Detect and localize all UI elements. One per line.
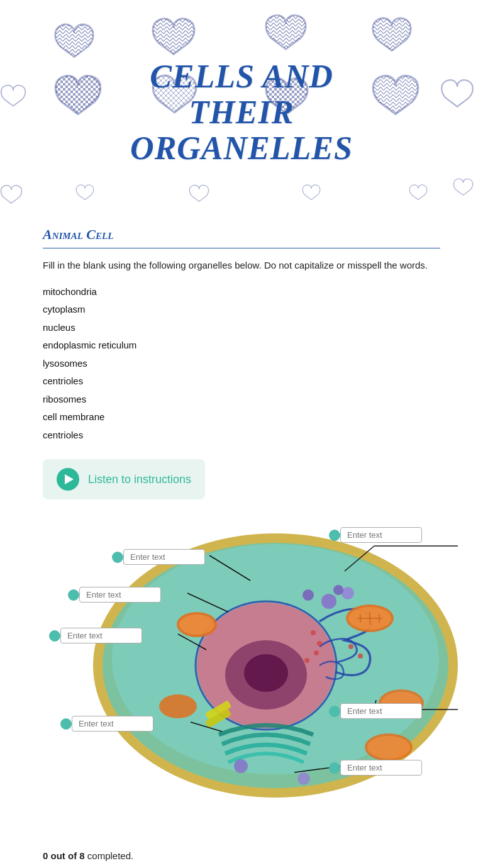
input-dot-1 — [112, 552, 123, 563]
diagram-input-6-wrapper — [60, 716, 153, 732]
diagram-input-3[interactable] — [79, 587, 161, 603]
svg-point-38 — [297, 772, 310, 785]
organelle-item: lysosomes — [43, 355, 440, 373]
svg-point-37 — [234, 759, 248, 773]
svg-point-30 — [367, 736, 410, 759]
svg-point-26 — [179, 615, 214, 635]
svg-point-45 — [304, 658, 309, 663]
svg-point-36 — [303, 589, 314, 601]
section-title: Animal Cell — [43, 226, 440, 243]
organelle-item: centrioles — [43, 426, 440, 445]
organelle-item: nucleus — [43, 319, 440, 337]
svg-point-34 — [321, 594, 336, 609]
organelle-list: mitochondria cytoplasm nucleus endoplasm… — [43, 283, 440, 445]
diagram-input-4[interactable] — [60, 628, 142, 643]
diagram-input-7-wrapper — [329, 760, 422, 776]
svg-point-17 — [244, 654, 288, 692]
svg-point-41 — [317, 641, 322, 646]
svg-point-40 — [311, 630, 316, 635]
main-title: Cells and their Organelles — [121, 58, 362, 167]
play-icon — [57, 468, 79, 491]
input-dot-4 — [49, 630, 60, 642]
svg-point-31 — [159, 694, 197, 718]
diagram-input-6[interactable] — [72, 716, 153, 732]
organelle-item: cytoplasm — [43, 301, 440, 319]
input-dot-2 — [329, 530, 340, 541]
diagram-input-2[interactable] — [340, 527, 422, 543]
input-dot-7 — [329, 762, 340, 774]
svg-point-43 — [348, 644, 353, 649]
diagram-input-5[interactable] — [340, 703, 422, 719]
cell-diagram-container — [43, 515, 440, 816]
content-area: Animal Cell Fill in the blank using the … — [0, 214, 483, 844]
section-divider — [43, 248, 440, 248]
organelle-item: mitochondria — [43, 283, 440, 301]
organelle-item: endoplasmic reticulum — [43, 337, 440, 355]
diagram-input-4-wrapper — [49, 628, 142, 643]
listen-button[interactable]: Listen to instructions — [43, 459, 205, 499]
header-area: Cells and their Organelles — [0, 0, 483, 214]
svg-point-42 — [314, 650, 319, 655]
svg-point-44 — [358, 654, 363, 659]
organelle-item: ribosomes — [43, 391, 440, 409]
organelle-item: centrioles — [43, 372, 440, 391]
footer-status: 0 out of 8 completed. — [0, 844, 483, 868]
organelle-item: cell membrane — [43, 408, 440, 426]
diagram-input-3-wrapper — [68, 587, 161, 603]
instructions-text: Fill in the blank using the following or… — [43, 259, 440, 273]
input-dot-6 — [60, 718, 72, 730]
diagram-input-5-wrapper — [329, 703, 422, 719]
listen-label: Listen to instructions — [88, 473, 191, 486]
diagram-input-7[interactable] — [340, 760, 422, 776]
svg-point-39 — [333, 585, 343, 595]
input-dot-3 — [68, 589, 79, 601]
svg-point-35 — [341, 587, 354, 599]
page-title-block: Cells and their Organelles — [121, 58, 362, 167]
input-dot-5 — [329, 706, 340, 717]
diagram-input-1-wrapper — [112, 549, 205, 565]
diagram-input-1[interactable] — [123, 549, 205, 565]
diagram-input-2-wrapper — [329, 527, 422, 543]
completed-count: 0 out of 8 completed. — [43, 850, 133, 861]
